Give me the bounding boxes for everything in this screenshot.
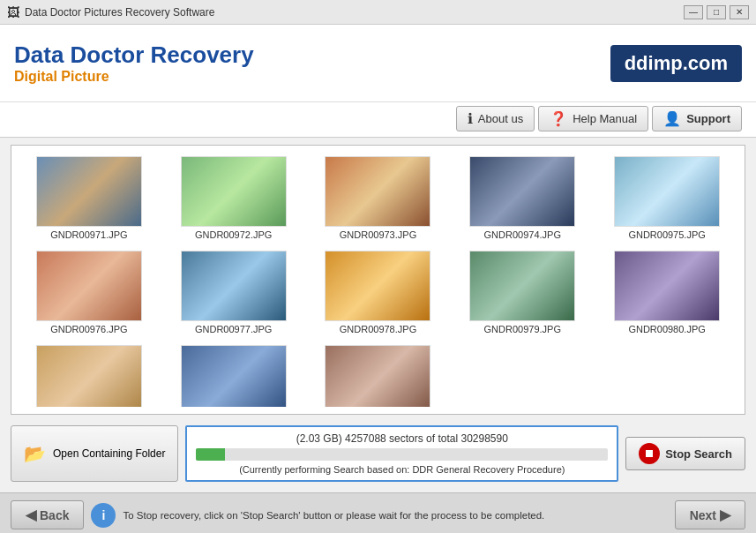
back-arrow-icon: ◀ — [26, 507, 36, 523]
list-item[interactable]: GNDR00978.JPG — [308, 247, 449, 338]
list-item[interactable]: GNDR00971.JPG — [19, 153, 160, 244]
close-button[interactable]: ✕ — [730, 5, 749, 19]
progress-fill — [196, 448, 225, 461]
sub-title: Digital Picture — [14, 69, 610, 85]
support-label: Support — [686, 112, 730, 125]
open-folder-button[interactable]: 📂 Open Containing Folder — [11, 425, 178, 482]
photo-thumbnail — [325, 156, 430, 227]
photo-thumbnail — [181, 251, 287, 321]
status-row: 📂 Open Containing Folder (2.03 GB) 42570… — [11, 425, 745, 482]
photo-thumbnail — [36, 345, 142, 407]
about-us-button[interactable]: ℹ About us — [456, 106, 535, 131]
folder-icon: 📂 — [24, 443, 46, 464]
photo-thumbnail — [325, 251, 430, 321]
gallery-container: GNDR00971.JPGGNDR00972.JPGGNDR00973.JPGG… — [11, 145, 745, 415]
header: Data Doctor Recovery Digital Picture ddi… — [0, 25, 756, 102]
bottom-area: 📂 Open Containing Folder (2.03 GB) 42570… — [0, 422, 756, 492]
title-icon: 🖼 — [7, 5, 19, 19]
photo-thumbnail — [469, 156, 575, 227]
progress-bar — [196, 448, 608, 461]
support-button[interactable]: 👤 Support — [652, 106, 742, 131]
list-item[interactable]: GNDR00975.JPG — [596, 153, 737, 244]
help-manual-button[interactable]: ❓ Help Manual — [538, 106, 648, 131]
progress-section: (2.03 GB) 4257088 sectors of total 30298… — [185, 425, 618, 482]
photo-label: GNDR00973.JPG — [340, 229, 416, 240]
logo: ddimp.com — [610, 45, 742, 82]
app-title: Data Doctor Recovery Digital Picture — [14, 41, 610, 85]
list-item[interactable]: GNDR00974.JPG — [452, 153, 593, 244]
stop-search-label: Stop Search — [665, 447, 732, 461]
list-item[interactable]: GNDR00977.JPG — [163, 247, 304, 338]
open-folder-label: Open Containing Folder — [53, 447, 165, 460]
gallery: GNDR00971.JPGGNDR00972.JPGGNDR00973.JPGG… — [19, 153, 737, 407]
list-item[interactable]: GNDR00981.JPG — [19, 342, 160, 407]
maximize-button[interactable]: □ — [707, 5, 726, 19]
photo-label: GNDR00974.JPG — [484, 229, 561, 240]
nav-bar: ℹ About us ❓ Help Manual 👤 Support — [0, 102, 756, 138]
photo-thumbnail — [181, 156, 287, 227]
help-manual-label: Help Manual — [573, 112, 637, 125]
list-item[interactable]: GNDR00973.JPG — [308, 153, 449, 244]
list-item[interactable]: GNDR00972.JPG — [163, 153, 304, 244]
list-item[interactable]: GNDR00979.JPG — [452, 247, 593, 338]
window-title: Data Doctor Pictures Recovery Software — [25, 6, 214, 19]
next-arrow-icon: ▶ — [720, 507, 730, 523]
photo-label: GNDR00976.JPG — [50, 324, 127, 334]
photo-thumbnail — [469, 251, 575, 321]
stop-search-button[interactable]: ⏹ Stop Search — [625, 437, 745, 470]
list-item[interactable]: GNDR00980.JPG — [596, 247, 737, 338]
main-title: Data Doctor Recovery — [14, 41, 610, 69]
back-label: Back — [40, 508, 69, 522]
list-item[interactable]: GNDR00982.JPG — [163, 342, 304, 407]
titlebar: 🖼 Data Doctor Pictures Recovery Software… — [0, 0, 756, 25]
window-controls: — □ ✕ — [684, 5, 749, 19]
photo-label: GNDR00975.JPG — [628, 229, 705, 240]
photo-thumbnail — [181, 345, 287, 407]
photo-thumbnail — [614, 156, 720, 227]
sector-text: (2.03 GB) 4257088 sectors of total 30298… — [196, 432, 608, 445]
footer: ◀ Back i To Stop recovery, click on 'Sto… — [0, 492, 756, 533]
photo-label: GNDR00978.JPG — [340, 324, 416, 334]
footer-info-icon: i — [91, 503, 116, 528]
photo-label: GNDR00971.JPG — [50, 229, 127, 240]
list-item[interactable]: GNDR00983.JPG — [308, 342, 449, 407]
procedure-text: (Currently performing Search based on: D… — [196, 464, 608, 475]
support-icon: 👤 — [663, 110, 681, 127]
minimize-button[interactable]: — — [684, 5, 703, 19]
photo-thumbnail — [36, 156, 142, 227]
back-button[interactable]: ◀ Back — [11, 500, 84, 529]
photo-label: GNDR00972.JPG — [195, 229, 272, 240]
about-us-label: About us — [478, 112, 523, 125]
stop-icon: ⏹ — [639, 443, 660, 464]
next-label: Next — [690, 508, 716, 522]
info-icon: ℹ — [468, 110, 473, 127]
photo-label: GNDR00980.JPG — [628, 324, 705, 334]
photo-label: GNDR00977.JPG — [195, 324, 272, 334]
list-item[interactable]: GNDR00976.JPG — [19, 247, 160, 338]
next-button[interactable]: Next ▶ — [675, 500, 745, 529]
photo-thumbnail — [614, 251, 720, 321]
help-icon: ❓ — [550, 110, 567, 127]
photo-label: GNDR00979.JPG — [484, 324, 561, 334]
photo-thumbnail — [325, 345, 430, 407]
photo-thumbnail — [36, 251, 142, 321]
footer-message: To Stop recovery, click on 'Stop Search'… — [123, 510, 667, 521]
main-area: GNDR00971.JPGGNDR00972.JPGGNDR00973.JPGG… — [0, 138, 756, 422]
